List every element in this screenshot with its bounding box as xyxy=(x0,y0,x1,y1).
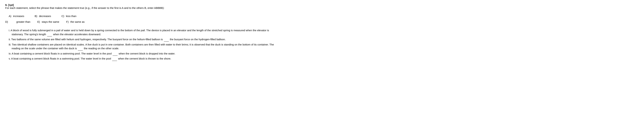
statement-iii-text2: reading on the scale under the container… xyxy=(12,47,119,50)
statement-i-roman: i. A block of wood is fully submerged in… xyxy=(9,29,269,32)
option-d: greater than xyxy=(16,20,30,23)
statement-i: i. A block of wood is fully submerged in… xyxy=(9,28,639,36)
statement-iii-blank xyxy=(78,46,83,51)
option-a: A) increases xyxy=(9,14,24,17)
statement-iv-blank xyxy=(113,52,118,56)
option-b: B) decreases xyxy=(34,14,51,17)
question-number: 9. xyxy=(5,3,8,6)
option-e-label: stays the same xyxy=(42,20,59,23)
statement-iii: iii. Two identical shallow containers ar… xyxy=(9,43,639,51)
statement-v-text: v. A boat containing a cement block floa… xyxy=(9,57,171,60)
statement-iii-text1: iii. Two identical shallow containers ar… xyxy=(9,43,274,46)
option-d-label: greater than xyxy=(16,20,30,23)
option-b-letter: B) xyxy=(34,14,37,17)
statements-section: i. A block of wood is fully submerged in… xyxy=(9,28,639,61)
statement-ii-text: ii. Two balloons of the same volume are … xyxy=(9,38,226,41)
option-e-letter: E) xyxy=(38,20,40,23)
option-b-label: decreases xyxy=(39,14,51,17)
options-row-1: A) increases B) decreases C) less than xyxy=(9,14,639,17)
question-instruction: For each statement, select the phrase th… xyxy=(5,6,164,9)
statement-v-blank xyxy=(112,57,117,61)
statement-ii: ii. Two balloons of the same volume are … xyxy=(9,37,639,42)
option-a-letter: A) xyxy=(9,14,11,17)
option-d-letter: D) xyxy=(5,20,8,23)
option-c-letter: C) xyxy=(61,14,64,17)
question-points: [1pt] xyxy=(8,3,14,6)
statement-iv-text: iv. A boat containing a cement block flo… xyxy=(9,52,175,55)
option-f-label: the same as xyxy=(70,20,85,23)
option-c: C) less than xyxy=(61,14,76,17)
statement-i-text2: stationary. The spring's length when the… xyxy=(12,33,101,36)
option-a-label: increases xyxy=(13,14,24,17)
statement-v: v. A boat containing a cement block floa… xyxy=(9,57,639,61)
question-header: 9. [1pt] For each statement, select the … xyxy=(5,3,639,9)
statement-iv: iv. A boat containing a cement block flo… xyxy=(9,52,639,56)
option-f: F) the same as xyxy=(66,20,85,23)
option-f-letter: F) xyxy=(66,20,69,23)
statement-ii-blank xyxy=(164,37,169,42)
option-e: E) stays the same xyxy=(38,20,59,23)
option-c-label: less than xyxy=(66,14,76,17)
options-row-2: D) greater than E) stays the same F) the… xyxy=(5,20,639,23)
statement-i-blank xyxy=(47,32,52,37)
